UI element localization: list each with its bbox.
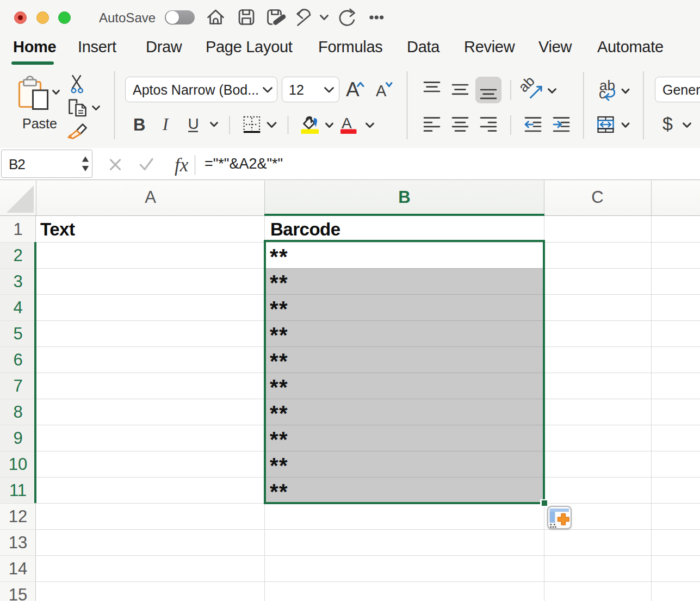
svg-text:A: A xyxy=(376,82,387,100)
svg-text:$: $ xyxy=(662,113,673,134)
svg-text:ab: ab xyxy=(515,73,538,96)
svg-text:I: I xyxy=(162,115,169,134)
svg-text:B: B xyxy=(133,115,145,134)
svg-text:c: c xyxy=(599,85,606,102)
svg-text:U: U xyxy=(188,115,199,132)
svg-text:A: A xyxy=(342,115,352,132)
svg-text:A: A xyxy=(346,78,360,101)
svg-text:fx: fx xyxy=(175,154,189,176)
